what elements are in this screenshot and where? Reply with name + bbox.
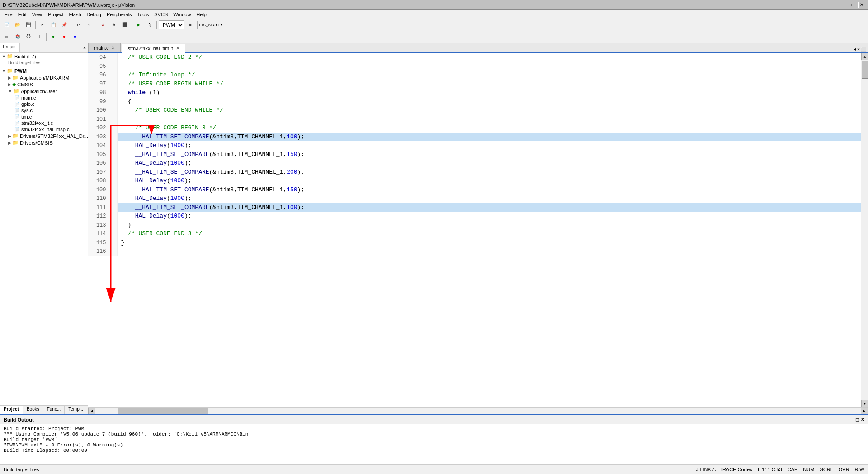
line-code[interactable]: HAL_Delay(1000); <box>117 194 861 203</box>
menu-tools[interactable]: Tools <box>135 11 152 18</box>
editor-tab-maximize[interactable]: ⬜ <box>861 47 866 52</box>
tree-main-c[interactable]: 📄 main.c <box>0 95 88 101</box>
editor-tab-scroll-left[interactable]: ◀ <box>854 47 856 52</box>
sidebar-bottom-func[interactable]: Func... <box>43 406 65 414</box>
line-code[interactable]: HAL_Delay(1000); <box>117 212 861 221</box>
tree-gpio-c[interactable]: 📄 gpio.c <box>0 101 88 107</box>
menu-help[interactable]: Help <box>193 11 209 18</box>
line-code[interactable]: /* USER CODE END WHILE */ <box>117 106 861 115</box>
menu-svcs[interactable]: SVCS <box>151 11 170 18</box>
tree-sys-c[interactable]: 📄 sys.c <box>0 107 88 114</box>
maximize-button[interactable]: □ <box>849 2 856 8</box>
tree-pwm-root[interactable]: ▼ 📁 PWM <box>0 67 88 74</box>
line-code[interactable]: __HAL_TIM_SET_COMPARE(&htim3,TIM_CHANNEL… <box>117 203 861 212</box>
menu-window[interactable]: Window <box>170 11 193 18</box>
tab-main-c-close[interactable]: ✕ <box>111 45 115 50</box>
save-button[interactable]: 💾 <box>24 20 33 30</box>
copy-button[interactable]: 📋 <box>48 20 58 30</box>
code-container[interactable]: 94 /* USER CODE END 2 */95 96 /* Infinit… <box>88 53 861 407</box>
scroll-track[interactable] <box>861 60 868 400</box>
scroll-right-button[interactable]: ▶ <box>861 408 868 415</box>
menu-debug[interactable]: Debug <box>84 11 104 18</box>
menu-project[interactable]: Project <box>45 11 66 18</box>
build-button[interactable]: ⚙ <box>98 20 108 30</box>
close-button[interactable]: ✕ <box>858 2 865 8</box>
tree-stm32-it[interactable]: 📄 stm32f4xx_it.c <box>0 120 88 126</box>
run-button[interactable]: ▶ <box>134 20 144 30</box>
tree-drivers-cmsis[interactable]: ▶ 📁 Drivers/CMSIS <box>0 139 88 146</box>
line-code[interactable]: HAL_Delay(1000); <box>117 141 861 150</box>
stop-button[interactable]: ⬛ <box>120 20 130 30</box>
editor-scrollbar[interactable]: ▲ ▼ <box>861 53 868 407</box>
line-code[interactable]: HAL_Delay(1000); <box>117 176 861 185</box>
tree-cmsis[interactable]: ▶ ◆ CMSIS <box>0 81 88 88</box>
menu-view[interactable]: View <box>29 11 46 18</box>
tab-main-c[interactable]: main.c ✕ <box>88 43 121 52</box>
tab-stm32-hal-tim-close[interactable]: ✕ <box>176 46 179 51</box>
scroll-down-button[interactable]: ▼ <box>861 400 868 407</box>
tree-stm32-msp[interactable]: 📄 stm32f4xx_hal_msp.c <box>0 126 88 133</box>
line-code[interactable]: __HAL_TIM_SET_COMPARE(&htim3,TIM_CHANNEL… <box>117 133 861 142</box>
line-code[interactable] <box>117 115 861 124</box>
line-code[interactable]: __HAL_TIM_SET_COMPARE(&htim3,TIM_CHANNEL… <box>117 150 861 159</box>
line-code[interactable]: __HAL_TIM_SET_COMPARE(&htim3,TIM_CHANNEL… <box>117 185 861 194</box>
line-code[interactable]: while (1) <box>117 88 861 97</box>
green-circle-button[interactable]: ● <box>48 32 58 42</box>
redo-button[interactable]: ↪ <box>84 20 94 30</box>
tree-build-files[interactable]: Build target files <box>0 60 88 66</box>
red-circle-button[interactable]: ● <box>59 32 69 42</box>
horizontal-scrollbar[interactable]: ◀ ▶ <box>88 407 868 414</box>
build-output-minimize[interactable]: ◻ <box>855 417 859 422</box>
minimize-button[interactable]: − <box>840 2 847 8</box>
scroll-thumb[interactable] <box>862 61 868 79</box>
menu-flash[interactable]: Flash <box>66 11 84 18</box>
line-code[interactable] <box>117 62 861 71</box>
sidebar-bottom-project[interactable]: Project <box>0 406 23 414</box>
line-code[interactable]: /* USER CODE BEGIN WHILE */ <box>117 80 861 89</box>
target-settings-button[interactable]: ≡ <box>185 20 195 30</box>
line-code[interactable]: /* USER CODE END 2 */ <box>117 53 861 62</box>
sidebar-project-tab[interactable]: Project <box>0 43 20 52</box>
tree-app-user[interactable]: ▼ 📁 Application/User <box>0 88 88 95</box>
tree-drivers-hal[interactable]: ▶ 📁 Drivers/STM32F4xx_HAL_Dr... <box>0 133 88 139</box>
menu-peripherals[interactable]: Peripherals <box>104 11 135 18</box>
line-code[interactable]: __HAL_TIM_SET_COMPARE(&htim3,TIM_CHANNEL… <box>117 168 861 177</box>
cut-button[interactable]: ✂ <box>38 20 47 30</box>
iic-start-button[interactable]: IIC_Start▾ <box>199 20 222 30</box>
tree-mdk-arm[interactable]: ▶ 📁 Application/MDK-ARM <box>0 74 88 81</box>
target-dropdown[interactable]: PWM <box>159 20 184 29</box>
sidebar-close-icon[interactable]: ✕ <box>83 45 86 51</box>
template-button[interactable]: T <box>34 32 44 42</box>
horiz-thumb[interactable] <box>118 408 208 414</box>
line-code[interactable]: } <box>117 221 861 230</box>
paste-button[interactable]: 📌 <box>59 20 69 30</box>
line-code[interactable]: /* USER CODE END 3 */ <box>117 229 861 238</box>
tab-stm32-hal-tim[interactable]: stm32f4xx_hal_tim.h ✕ <box>122 44 185 53</box>
proj-window-button[interactable]: ⊞ <box>2 32 12 42</box>
scroll-left-button[interactable]: ◀ <box>88 408 95 415</box>
open-button[interactable]: 📂 <box>13 20 23 30</box>
tree-build-target[interactable]: ▼ 📁 Build (F7) <box>0 53 88 60</box>
tree-tim-c[interactable]: 📄 tim.c <box>0 114 88 120</box>
line-code[interactable]: /* Infinite loop */ <box>117 71 861 80</box>
sidebar-bottom-temp[interactable]: Temp... <box>65 406 87 414</box>
line-code[interactable]: { <box>117 97 861 106</box>
sidebar-bottom-books[interactable]: Books <box>23 406 43 414</box>
line-code[interactable]: /* USER CODE BEGIN 3 */ <box>117 123 861 133</box>
line-code[interactable] <box>117 247 861 256</box>
func-button[interactable]: {} <box>24 32 33 42</box>
line-code[interactable]: HAL_Delay(1000); <box>117 159 861 168</box>
step-button[interactable]: ⤵ <box>145 20 155 30</box>
undo-button[interactable]: ↩ <box>73 20 83 30</box>
blue-circle-button[interactable]: ● <box>70 32 80 42</box>
sidebar-minimize-icon[interactable]: ◻ <box>80 45 82 51</box>
book-button[interactable]: 📚 <box>13 32 23 42</box>
menu-file[interactable]: File <box>2 11 15 18</box>
scroll-up-button[interactable]: ▲ <box>861 53 868 60</box>
new-file-button[interactable]: 📄 <box>2 20 12 30</box>
line-code[interactable]: } <box>117 238 861 247</box>
menu-edit[interactable]: Edit <box>15 11 29 18</box>
rebuild-button[interactable]: ⚙ <box>109 20 119 30</box>
horiz-track[interactable] <box>95 408 861 415</box>
build-output-close[interactable]: ✕ <box>861 417 864 422</box>
